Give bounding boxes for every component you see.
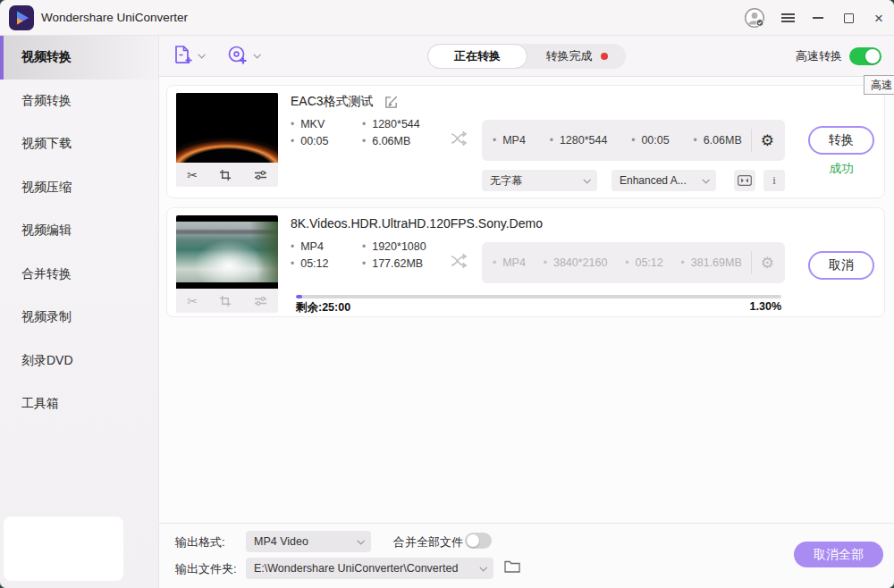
- sidebar-item-video-compress[interactable]: 视频压缩: [0, 166, 158, 210]
- task-row: ✂ 8K.Videos.HDR.UltraHD.120FPS.Sony.Demo…: [166, 207, 885, 317]
- source-format: MP4: [291, 240, 362, 253]
- sidebar-item-label: 视频压缩: [21, 180, 72, 196]
- crop-icon: [219, 295, 232, 307]
- source-info: MKV 1280*544 00:05 6.06MB: [291, 118, 420, 147]
- source-size: 6.06MB: [362, 135, 420, 147]
- highspeed-toggle[interactable]: [849, 47, 881, 65]
- source-size: 177.62MB: [362, 257, 426, 270]
- add-disc-button[interactable]: [227, 45, 259, 65]
- sidebar-item-video-edit[interactable]: 视频编辑: [0, 209, 158, 253]
- sidebar-item-video-download[interactable]: 视频下载: [0, 122, 158, 166]
- edit-title-icon[interactable]: [384, 96, 398, 109]
- output-format-value: MP4 Video: [254, 535, 308, 548]
- sidebar-item-burn-dvd[interactable]: 刻录DVD: [0, 340, 158, 383]
- close-icon[interactable]: ×: [864, 0, 894, 36]
- toolbar: 正在转换 转换完成 高速转换: [159, 36, 894, 77]
- sidebar-item-label: 合并转换: [21, 266, 72, 282]
- source-resolution: 1280*544: [362, 118, 420, 130]
- output-folder-select[interactable]: E:\Wondershare UniConverter\Converted: [246, 558, 493, 579]
- add-file-icon: [173, 45, 192, 65]
- output-format-select[interactable]: MP4 Video: [246, 531, 371, 552]
- chevron-down-icon: [583, 176, 590, 183]
- tab-finished[interactable]: 转换完成: [527, 44, 626, 69]
- convert-shuffle-icon: [450, 251, 469, 271]
- sidebar-item-audio-convert[interactable]: 音频转换: [0, 80, 158, 123]
- sidebar: 视频转换 音频转换 视频下载 视频压缩 视频编辑 合并转换 视频录制 刻录DVD…: [0, 36, 159, 588]
- crop-icon[interactable]: [219, 169, 232, 181]
- toggle-knob: [467, 534, 479, 547]
- chevron-down-icon: [253, 51, 260, 58]
- thumbnail-image: [176, 215, 278, 289]
- output-folder-value: E:\Wondershare UniConverter\Converted: [254, 562, 458, 575]
- sidebar-item-toolbox[interactable]: 工具箱: [0, 382, 158, 426]
- sidebar-item-label: 视频录制: [21, 309, 72, 325]
- chevron-down-icon: [479, 564, 486, 571]
- toggle-knob: [865, 49, 880, 63]
- minimize-icon[interactable]: [803, 0, 833, 36]
- progress-percent: 1.30%: [596, 300, 781, 313]
- source-format: MKV: [291, 118, 362, 130]
- thumbnail-toolbar: ✂: [176, 289, 278, 313]
- tab-converting[interactable]: 正在转换: [427, 44, 527, 69]
- menu-icon[interactable]: [772, 0, 803, 36]
- app-logo-icon: [9, 5, 34, 30]
- sidebar-item-merge-convert[interactable]: 合并转换: [0, 253, 158, 297]
- tab-converting-label: 正在转换: [454, 48, 501, 64]
- highspeed-label: 高速转换: [796, 48, 842, 64]
- window-controls: ×: [737, 0, 894, 36]
- target-format: MP4: [493, 256, 526, 269]
- merge-all-toggle[interactable]: [465, 533, 492, 549]
- target-duration: 00:05: [631, 134, 669, 147]
- source-info: MP4 1920*1080 05:12 177.62MB: [291, 240, 426, 270]
- titlebar: Wondershare UniConverter ×: [0, 0, 894, 36]
- settings-gear-icon[interactable]: ⚙: [761, 133, 774, 148]
- status-tabs: 正在转换 转换完成: [427, 44, 626, 69]
- target-info: MP4 3840*2160 05:12 381.69MB ⚙: [482, 242, 785, 283]
- sidebar-item-label: 视频下载: [21, 136, 72, 152]
- task-title: 8K.Videos.HDR.UltraHD.120FPS.Sony.Demo: [291, 216, 543, 231]
- thumbnail-image: [176, 93, 278, 163]
- video-thumbnail: ✂: [176, 93, 278, 187]
- sidebar-item-label: 视频转换: [21, 49, 72, 65]
- sidebar-item-label: 工具箱: [21, 396, 59, 412]
- target-duration: 05:12: [625, 256, 662, 269]
- add-file-button[interactable]: [173, 45, 204, 65]
- sidebar-item-video-convert[interactable]: 视频转换: [0, 36, 158, 80]
- effects-sliders-icon[interactable]: [254, 169, 267, 181]
- progress-fill: [296, 295, 302, 298]
- chevron-down-icon: [357, 537, 364, 544]
- cancel-all-button[interactable]: 取消全部: [794, 542, 883, 567]
- source-resolution: 1920*1080: [362, 240, 426, 253]
- sidebar-item-label: 视频编辑: [21, 223, 72, 239]
- divider: [751, 129, 752, 152]
- finished-badge: [601, 53, 608, 60]
- progress-bar: [296, 295, 781, 298]
- sidebar-item-screen-record[interactable]: 视频录制: [0, 296, 158, 340]
- merge-all-label: 合并全部文件: [393, 534, 463, 550]
- task-row: ✂ EAC3格式测试 MKV 1280*544 00:05: [166, 85, 885, 198]
- source-duration: 00:05: [291, 135, 362, 147]
- collapse-icon[interactable]: [734, 170, 755, 191]
- cancel-all-label: 取消全部: [814, 547, 864, 563]
- maximize-icon[interactable]: [833, 0, 864, 36]
- target-resolution: 1280*544: [550, 134, 608, 147]
- output-format-label: 输出格式:: [175, 534, 225, 550]
- target-format: MP4: [493, 134, 526, 147]
- chevron-down-icon: [198, 51, 205, 58]
- convert-button[interactable]: 转换: [808, 126, 874, 155]
- target-size: 381.69MB: [681, 256, 742, 269]
- trim-scissors-icon[interactable]: ✂: [187, 169, 198, 181]
- settings-gear-icon[interactable]: ⚙: [761, 256, 774, 271]
- cancel-button[interactable]: 取消: [808, 251, 874, 280]
- account-icon[interactable]: [737, 0, 772, 36]
- audio-select[interactable]: Enhanced A...: [611, 170, 716, 191]
- output-folder-label: 输出文件夹:: [175, 561, 237, 577]
- sidebar-item-label: 刻录DVD: [21, 353, 73, 369]
- info-icon[interactable]: i: [763, 170, 785, 191]
- convert-button-label: 转换: [829, 132, 854, 148]
- subtitle-select[interactable]: 无字幕: [482, 170, 597, 191]
- task-title: EAC3格式测试: [291, 94, 374, 110]
- open-folder-icon[interactable]: [504, 559, 520, 573]
- audio-select-value: Enhanced A...: [620, 174, 687, 187]
- sidebar-item-label: 音频转换: [21, 93, 72, 109]
